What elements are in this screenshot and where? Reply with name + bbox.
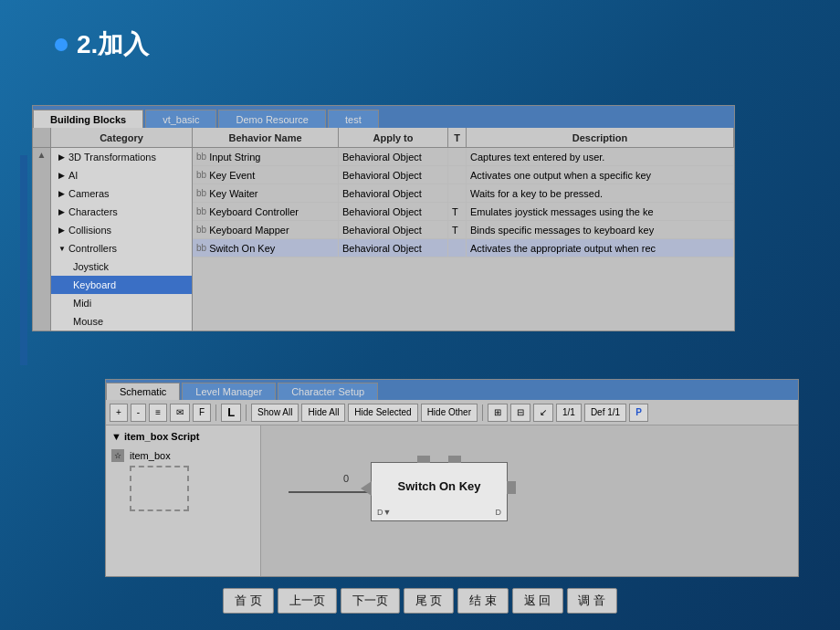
tab-schematic[interactable]: Schematic	[106, 383, 180, 400]
nav-audio[interactable]: 调 音	[566, 588, 617, 614]
category-cameras[interactable]: ▶ Cameras	[51, 184, 192, 203]
tool-def[interactable]: Def 1/1	[584, 404, 626, 422]
expand-arrow: ▼	[58, 245, 66, 253]
tab-level-manager[interactable]: Level Manager	[182, 383, 276, 400]
behavior-name-cell: bb Key Event	[193, 166, 339, 184]
script-title: ▼ item_box Script	[111, 431, 255, 442]
switch-node-label: Switch On Key	[372, 479, 507, 493]
column-headers: Category Behavior Name Apply to T Descri…	[33, 128, 734, 148]
description-cell: Activates the appropriate output when re…	[467, 239, 734, 257]
apply-to-header: Apply to	[339, 128, 448, 147]
behaviors-list: bb Input String Behavioral Object Captur…	[193, 148, 734, 331]
behavior-name-cell: bb Key Waiter	[193, 184, 339, 202]
behavior-row-keyboard-mapper[interactable]: bb Keyboard Mapper Behavioral Object T B…	[193, 221, 734, 239]
description-cell: Waits for a key to be pressed.	[467, 184, 734, 202]
schematic-panel: Schematic Level Manager Character Setup …	[105, 379, 799, 577]
tool-L[interactable]: L	[221, 404, 241, 422]
schematic-canvas[interactable]: 0 Switch On Key D▼ D	[261, 425, 798, 576]
hide-other-btn[interactable]: Hide Other	[421, 404, 478, 422]
tool-page[interactable]: 1/1	[556, 404, 582, 422]
left-input-arrow	[361, 481, 372, 496]
nav-first[interactable]: 首 页	[223, 588, 274, 614]
t-cell	[448, 166, 467, 184]
title-area: 2.加入	[0, 0, 840, 80]
t-cell	[448, 239, 467, 257]
category-controllers[interactable]: ▼ Controllers	[51, 239, 192, 257]
category-midi[interactable]: Midi	[51, 294, 192, 312]
t-cell	[448, 184, 467, 202]
category-ai[interactable]: ▶ AI	[51, 166, 192, 184]
category-mouse[interactable]: Mouse	[51, 312, 192, 331]
nav-back[interactable]: 返 回	[512, 588, 563, 614]
show-all-btn[interactable]: Show All	[251, 404, 299, 422]
category-keyboard[interactable]: Keyboard	[51, 276, 192, 294]
apply-to-cell: Behavioral Object	[339, 239, 448, 257]
schematic-tabs: Schematic Level Manager Character Setup	[106, 380, 798, 400]
tool-pp[interactable]: P	[629, 404, 648, 422]
tool-mail[interactable]: ✉	[170, 404, 190, 422]
script-item[interactable]: ☆ item_box	[111, 449, 255, 462]
tool-remove[interactable]: -	[131, 404, 146, 422]
tab-test[interactable]: test	[328, 110, 379, 128]
hide-selected-btn[interactable]: Hide Selected	[348, 404, 417, 422]
switch-on-key-node[interactable]: Switch On Key D▼ D	[371, 462, 508, 521]
apply-to-cell: Behavioral Object	[339, 166, 448, 184]
category-joystick[interactable]: Joystick	[51, 257, 192, 276]
scroll-col[interactable]: ▲	[33, 148, 51, 331]
behavior-row-switch-on-key[interactable]: bb Switch On Key Behavioral Object Activ…	[193, 239, 734, 257]
description-cell: Captures text entered by user.	[467, 148, 734, 165]
tool-grid2[interactable]: ⊟	[510, 404, 530, 422]
collapse-arrow: ▶	[58, 171, 65, 180]
collapse-arrow: ▶	[58, 207, 65, 216]
t-cell: T	[448, 221, 467, 238]
right-connector	[507, 481, 516, 494]
behavior-row-keyboard-controller[interactable]: bb Keyboard Controller Behavioral Object…	[193, 203, 734, 221]
tab-vt-basic[interactable]: vt_basic	[145, 110, 216, 128]
bottom-right-marker: D	[496, 508, 502, 517]
behavior-row-key-event[interactable]: bb Key Event Behavioral Object Activates…	[193, 166, 734, 184]
category-characters[interactable]: ▶ Characters	[51, 203, 192, 221]
collapse-arrow: ▶	[58, 152, 65, 162]
behavior-name-cell: bb Input String	[193, 148, 339, 165]
separator	[215, 404, 216, 421]
collapse-arrow: ▶	[58, 226, 65, 235]
tool-f[interactable]: F	[193, 404, 211, 422]
nav-end[interactable]: 结 束	[457, 588, 509, 614]
description-cell: Activates one output when a specific key	[467, 166, 734, 184]
t-header: T	[448, 128, 467, 147]
bottom-navigation: 首 页 上一页 下一页 尾 页 结 束 返 回 调 音	[223, 588, 617, 614]
tool-zoom[interactable]: ↙	[533, 404, 553, 422]
category-3d-transformations[interactable]: ▶ 3D Transformations	[51, 148, 192, 166]
schematic-body: ▼ item_box Script ☆ item_box 0	[106, 425, 798, 576]
schematic-toolbar: + - ≡ ✉ F L Show All Hide All Hide Selec…	[106, 400, 798, 425]
tab-building-blocks[interactable]: Building Blocks	[33, 110, 143, 128]
tab-demo-resource[interactable]: Demo Resource	[218, 110, 325, 128]
tool-grid1[interactable]: ⊞	[488, 404, 508, 422]
tool-add[interactable]: +	[110, 404, 128, 422]
top-connector-2	[448, 456, 461, 463]
t-cell: T	[448, 203, 467, 220]
nav-next[interactable]: 下一页	[341, 588, 400, 614]
building-blocks-panel: Building Blocks vt_basic Demo Resource t…	[32, 105, 735, 331]
tool-list[interactable]: ≡	[149, 404, 167, 422]
hide-all-btn[interactable]: Hide All	[301, 404, 345, 422]
category-col-header: Category	[51, 128, 193, 147]
behavior-row-input-string[interactable]: bb Input String Behavioral Object Captur…	[193, 148, 734, 166]
behavior-name-cell: bb Keyboard Controller	[193, 203, 339, 220]
description-cell: Emulates joystick messages using the ke	[467, 203, 734, 220]
category-collisions[interactable]: ▶ Collisions	[51, 221, 192, 239]
scroll-up-arrow[interactable]: ▲	[37, 150, 47, 160]
top-connectors	[417, 456, 461, 463]
categories-sidebar: ▶ 3D Transformations ▶ AI ▶ Cameras ▶ Ch…	[51, 148, 193, 331]
apply-to-cell: Behavioral Object	[339, 221, 448, 238]
zero-label: 0	[343, 473, 349, 484]
behavior-name-header: Behavior Name	[193, 128, 339, 147]
behavior-row-key-waiter[interactable]: bb Key Waiter Behavioral Object Waits fo…	[193, 184, 734, 203]
t-cell	[448, 148, 467, 165]
apply-to-cell: Behavioral Object	[339, 148, 448, 165]
nav-prev[interactable]: 上一页	[278, 588, 337, 614]
description-header: Description	[467, 128, 734, 147]
tab-character-setup[interactable]: Character Setup	[278, 383, 378, 400]
nav-last[interactable]: 尾 页	[404, 588, 455, 614]
connector-line	[289, 491, 371, 493]
